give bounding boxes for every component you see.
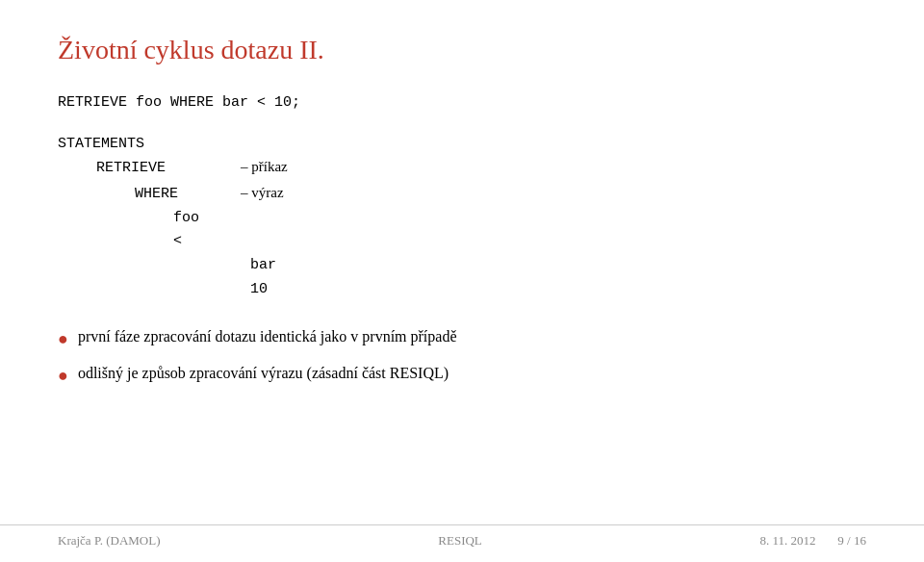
desc-where: – výraz — [241, 181, 284, 205]
keyword-retrieve: RETRIEVE — [58, 157, 231, 181]
footer-center: RESIQL — [438, 533, 482, 549]
bullet-icon-1: ● — [58, 326, 68, 352]
tree-row-foo: foo — [58, 207, 866, 231]
bullet-item-1: ● první fáze zpracování dotazu identická… — [58, 325, 866, 352]
footer-date: 8. 11. 2012 — [760, 533, 816, 548]
bullet-text-2: odlišný je způsob zpracování výrazu (zás… — [78, 362, 449, 385]
desc-retrieve: – příkaz — [241, 155, 288, 179]
tree-row-bar: bar — [58, 254, 866, 278]
tree-row-retrieve: RETRIEVE – příkaz — [58, 155, 866, 181]
keyword-10: 10 — [58, 278, 268, 302]
keyword-lt: < — [58, 230, 231, 254]
keyword-bar: bar — [58, 254, 276, 278]
footer-right: 8. 11. 2012 9 / 16 — [760, 533, 866, 549]
tree-row-lt: < — [58, 230, 866, 254]
bullet-icon-2: ● — [58, 363, 68, 389]
keyword-where: WHERE — [58, 183, 231, 207]
slide-container: Životní cyklus dotazu II. RETRIEVE foo W… — [0, 0, 924, 562]
footer: Krajča P. (DAMOL) RESIQL 8. 11. 2012 9 /… — [0, 524, 924, 549]
bullet-text-1: první fáze zpracování dotazu identická j… — [78, 325, 457, 348]
statements-table: STATEMENTS RETRIEVE – příkaz WHERE – výr… — [58, 134, 866, 302]
bullet-section: ● první fáze zpracování dotazu identická… — [58, 325, 866, 389]
keyword-foo: foo — [58, 207, 231, 231]
bullet-item-2: ● odlišný je způsob zpracování výrazu (z… — [58, 362, 866, 389]
tree-row-where: WHERE – výraz — [58, 181, 866, 207]
retrieve-statement: RETRIEVE foo WHERE bar < 10; — [58, 92, 866, 115]
tree-row-10: 10 — [58, 278, 866, 302]
statements-section: STATEMENTS RETRIEVE – příkaz WHERE – výr… — [58, 134, 866, 302]
statements-label: STATEMENTS — [58, 134, 866, 156]
retrieve-line: RETRIEVE foo WHERE bar < 10; — [58, 92, 866, 115]
footer-page: 9 / 16 — [837, 533, 866, 548]
footer-left: Krajča P. (DAMOL) — [58, 533, 161, 549]
slide-title: Životní cyklus dotazu II. — [58, 35, 866, 65]
